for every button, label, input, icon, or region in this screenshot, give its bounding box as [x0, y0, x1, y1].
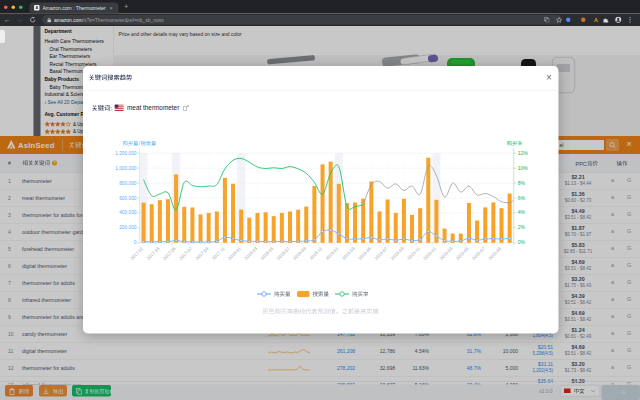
- svg-text:2017-05: 2017-05: [162, 246, 177, 261]
- svg-text:2019-03: 2019-03: [341, 246, 356, 261]
- svg-text:2017-11: 2017-11: [211, 246, 226, 261]
- svg-text:2020-01: 2020-01: [422, 246, 437, 261]
- svg-text:1,000,000: 1,000,000: [115, 166, 137, 171]
- svg-text:2020-03: 2020-03: [438, 246, 453, 261]
- svg-text:2018-05: 2018-05: [259, 246, 274, 261]
- svg-text:8%: 8%: [518, 180, 526, 186]
- svg-text:2019-09: 2019-09: [390, 246, 405, 261]
- svg-text:0%: 0%: [518, 239, 526, 245]
- svg-text:0: 0: [134, 240, 137, 245]
- svg-text:2019-07: 2019-07: [373, 246, 388, 261]
- svg-text:600,000: 600,000: [119, 196, 137, 201]
- svg-text:4%: 4%: [518, 209, 526, 215]
- svg-text:2020-09: 2020-09: [487, 246, 502, 261]
- svg-text:2017-09: 2017-09: [194, 246, 209, 261]
- svg-text:2020-07: 2020-07: [471, 246, 486, 261]
- svg-text:800,000: 800,000: [119, 181, 137, 186]
- svg-text:400,000: 400,000: [119, 210, 137, 215]
- svg-text:2019-05: 2019-05: [357, 246, 372, 261]
- svg-text:200,000: 200,000: [119, 225, 137, 230]
- svg-text:2019-11: 2019-11: [406, 246, 421, 261]
- svg-text:2018-03: 2018-03: [243, 246, 258, 261]
- svg-text:1,200,000: 1,200,000: [115, 151, 137, 156]
- svg-text:6%: 6%: [518, 195, 526, 201]
- svg-text:2018-01: 2018-01: [227, 246, 242, 261]
- svg-text:2018-09: 2018-09: [292, 246, 307, 261]
- svg-text:10%: 10%: [518, 165, 529, 171]
- svg-text:2017-03: 2017-03: [146, 246, 161, 261]
- svg-text:2019-01: 2019-01: [325, 246, 340, 261]
- svg-text:2018-07: 2018-07: [276, 246, 291, 261]
- svg-text:12%: 12%: [518, 150, 529, 156]
- svg-text:2%: 2%: [518, 224, 526, 230]
- svg-text:2020-05: 2020-05: [455, 246, 470, 261]
- svg-text:2017-01: 2017-01: [129, 246, 144, 261]
- svg-text:2018-11: 2018-11: [309, 246, 324, 261]
- svg-text:2017-07: 2017-07: [178, 246, 193, 261]
